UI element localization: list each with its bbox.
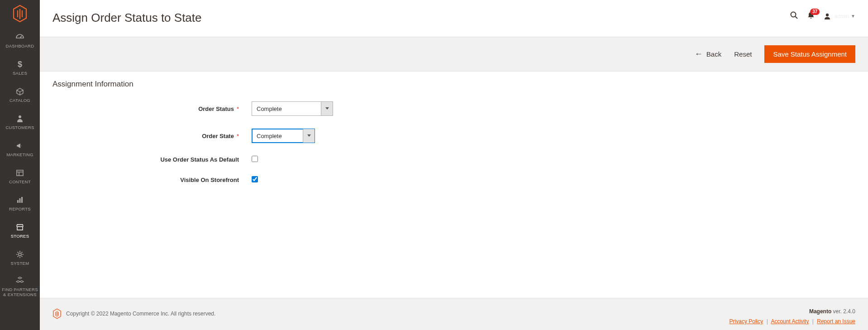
svg-rect-8 [21,197,23,203]
dashboard-icon [15,33,24,42]
nav-item-find[interactable]: FIND PARTNERS & EXTENSIONS [0,272,40,302]
header-actions: 37 admin ▼ [790,11,855,21]
nav-label: CUSTOMERS [5,125,34,130]
nav-label: SALES [13,71,27,76]
section-title: Assignment Information [52,80,855,89]
order-status-label: Order Status [52,105,252,112]
user-menu[interactable]: admin ▼ [823,12,855,20]
nav-item-system[interactable]: SYSTEM [0,244,40,272]
use-default-label: Use Order Status As Default [52,156,252,163]
visible-checkbox[interactable] [252,176,258,182]
order-state-label: Order State [52,133,252,139]
nav-label: STORES [11,234,29,239]
notifications-button[interactable]: 37 [807,11,815,21]
nav-item-sales[interactable]: $SALES [0,54,40,81]
sidebar: DASHBOARD$SALESCATALOGCUSTOMERSMARKETING… [0,0,40,330]
svg-rect-3 [17,170,23,176]
svg-point-9 [19,253,21,256]
page-title: Assign Order Status to State [52,11,202,25]
arrow-left-icon: ← [695,49,703,59]
cubes-icon [15,276,24,285]
caret-down-icon: ▼ [851,14,855,19]
version: Magento ver. 2.4.0 [730,308,855,315]
svg-text:$: $ [18,60,22,69]
svg-rect-7 [19,198,21,203]
use-default-checkbox[interactable] [252,156,258,162]
notification-badge: 37 [810,9,820,15]
main: Assign Order Status to State 37 admin ▼ … [40,0,868,330]
nav-label: CATALOG [10,98,30,103]
footer-right: Magento ver. 2.4.0 Privacy Policy | Acco… [730,308,855,325]
footer-links: Privacy Policy | Account Activity | Repo… [730,318,855,325]
action-bar: ← Back Reset Save Status Assignment [40,37,868,72]
gear-icon [15,250,24,259]
order-state-select[interactable]: Complete [252,129,315,143]
order-state-row: Order State Complete [52,129,855,143]
privacy-policy-link[interactable]: Privacy Policy [730,318,763,325]
svg-rect-6 [17,200,19,203]
visible-row: Visible On Storefront [52,176,855,184]
svg-point-2 [19,115,21,118]
account-activity-link[interactable]: Account Activity [771,318,809,325]
bars-icon [15,196,24,205]
nav-item-stores[interactable]: STORES [0,217,40,244]
report-issue-link[interactable]: Report an Issue [817,318,855,325]
person-icon [15,114,24,123]
back-label: Back [706,50,721,58]
back-button[interactable]: ← Back [695,49,721,59]
magento-logo[interactable] [0,0,40,27]
svg-point-12 [826,13,829,16]
nav-item-customers[interactable]: CUSTOMERS [0,109,40,136]
nav-label: CONTENT [9,179,31,184]
nav-item-dashboard[interactable]: DASHBOARD [0,27,40,54]
order-status-row: Order Status Complete [52,101,855,116]
svg-point-10 [791,12,796,17]
megaphone-icon [15,141,24,150]
box-icon [15,87,24,96]
nav-item-content[interactable]: CONTENT [0,163,40,190]
order-state-select-wrap: Complete [252,129,315,143]
storefront-icon [15,223,24,232]
header: Assign Order Status to State 37 admin ▼ [40,0,868,37]
footer: Copyright © 2022 Magento Commerce Inc. A… [40,298,868,330]
nav-label: MARKETING [6,152,33,157]
content: Assignment Information Order Status Comp… [40,72,868,298]
layout-icon [15,168,24,177]
order-status-select[interactable]: Complete [252,101,333,116]
nav-item-marketing[interactable]: MARKETING [0,136,40,163]
visible-label: Visible On Storefront [52,177,252,183]
search-icon[interactable] [790,11,799,21]
nav-item-reports[interactable]: REPORTS [0,190,40,217]
use-default-row: Use Order Status As Default [52,156,855,163]
nav-item-catalog[interactable]: CATALOG [0,81,40,109]
order-status-select-wrap: Complete [252,101,333,116]
footer-left: Copyright © 2022 Magento Commerce Inc. A… [52,308,215,319]
save-status-assignment-button[interactable]: Save Status Assignment [764,45,855,63]
copyright-text: Copyright © 2022 Magento Commerce Inc. A… [66,311,215,317]
user-name: admin [834,13,849,19]
svg-line-11 [796,17,798,19]
nav-label: DASHBOARD [6,43,34,48]
dollar-icon: $ [15,60,24,69]
nav-label: FIND PARTNERS & EXTENSIONS [2,287,38,297]
nav-label: REPORTS [9,206,31,211]
nav-label: SYSTEM [11,261,29,266]
reset-button[interactable]: Reset [734,50,752,58]
